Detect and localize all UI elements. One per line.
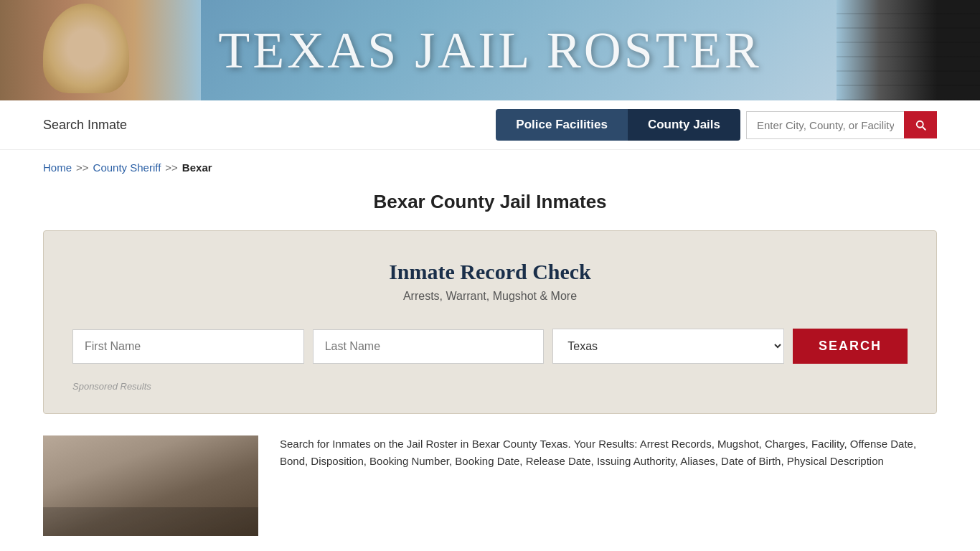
banner-left-image: [0, 0, 201, 100]
header-banner: Texas Jail Roster: [0, 0, 980, 100]
police-facilities-tab[interactable]: Police Facilities: [496, 109, 628, 141]
facility-search-button[interactable]: [904, 111, 937, 138]
search-inmate-label: Search Inmate: [43, 118, 127, 133]
sponsored-label: Sponsored Results: [72, 381, 908, 392]
bottom-description: Search for Inmates on the Jail Roster in…: [280, 435, 937, 536]
breadcrumb-separator-1: >>: [76, 161, 89, 174]
breadcrumb-home[interactable]: Home: [43, 161, 72, 174]
nav-right: Police Facilities County Jails: [496, 109, 937, 141]
search-icon: [914, 118, 927, 131]
search-button[interactable]: SEARCH: [793, 329, 908, 364]
nav-bar: Search Inmate Police Facilities County J…: [0, 100, 980, 150]
state-select[interactable]: AlabamaAlaskaArizonaArkansasCaliforniaCo…: [552, 329, 784, 364]
breadcrumb: Home >> County Sheriff >> Bexar: [0, 150, 980, 179]
record-check-form: AlabamaAlaskaArizonaArkansasCaliforniaCo…: [72, 329, 908, 364]
bottom-section: Search for Inmates on the Jail Roster in…: [43, 435, 937, 550]
bottom-building-image: [43, 435, 258, 536]
page-title: Bexar County Jail Inmates: [0, 179, 980, 230]
breadcrumb-separator-2: >>: [165, 161, 178, 174]
facility-search-input[interactable]: [746, 111, 904, 139]
record-check-subtitle: Arrests, Warrant, Mugshot & More: [72, 290, 908, 303]
record-check-box: Inmate Record Check Arrests, Warrant, Mu…: [43, 230, 937, 414]
first-name-input[interactable]: [72, 329, 304, 364]
last-name-input[interactable]: [313, 329, 545, 364]
breadcrumb-county-sheriff[interactable]: County Sheriff: [93, 161, 161, 174]
breadcrumb-current: Bexar: [182, 161, 212, 174]
county-jails-tab[interactable]: County Jails: [628, 109, 740, 141]
record-check-title: Inmate Record Check: [72, 260, 908, 284]
facility-search-wrapper: [746, 111, 937, 139]
banner-right-image: [837, 0, 980, 100]
banner-title: Texas Jail Roster: [218, 21, 761, 80]
